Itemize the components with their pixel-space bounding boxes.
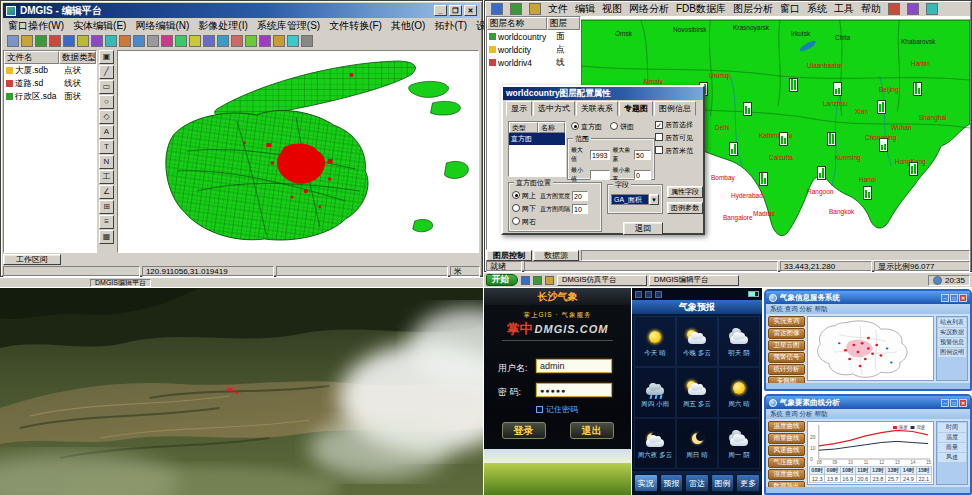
username-field[interactable]: admin <box>536 359 612 373</box>
menu-item[interactable]: 其他(O) <box>391 19 425 33</box>
quicklaunch-icon[interactable] <box>533 276 542 285</box>
toolbar-icon[interactable] <box>301 35 313 47</box>
close-button[interactable]: ✕ <box>959 399 967 407</box>
exit-button[interactable]: 退出 <box>570 422 614 439</box>
edit-tool-icon[interactable]: ⊞ <box>99 200 114 214</box>
mini-titlebar[interactable]: 气象信息服务系统 ─ □ ✕ <box>766 291 970 304</box>
toolbar-icon[interactable] <box>133 35 145 47</box>
edit-tool-icon[interactable]: ▣ <box>99 50 114 64</box>
toolbar-icon[interactable] <box>21 35 33 47</box>
theme-type-list[interactable]: 类型 名称 直方图 <box>508 121 566 177</box>
checkbox-icon[interactable]: ✓ <box>655 121 663 129</box>
toolbar-icon[interactable] <box>926 3 938 15</box>
range-input[interactable] <box>590 170 609 180</box>
toolbar-icon[interactable] <box>7 35 19 47</box>
layer-properties-dialog[interactable]: worldcountry图层配置属性 显示选中方式关联表系专题图图例信息 类型 … <box>501 85 705 235</box>
login-button[interactable]: 登录 <box>502 422 546 439</box>
right-panel-item[interactable]: 雨量 <box>938 443 966 452</box>
menu-item[interactable]: 拓扑(T) <box>434 19 467 33</box>
toolbar-icon[interactable] <box>147 35 159 47</box>
edit-tool-icon[interactable]: ∠ <box>99 185 114 199</box>
toolbar-icon[interactable] <box>49 35 61 47</box>
status-tab[interactable]: 数据源 <box>533 250 579 261</box>
toolbar-icon[interactable] <box>510 3 522 15</box>
menu-item[interactable]: 网络分析 <box>629 2 669 16</box>
nav-button-0[interactable]: 实况 <box>634 474 658 492</box>
radio-option[interactable]: 网右 <box>512 217 536 227</box>
checkbox-option[interactable]: 居首可见 <box>655 133 693 143</box>
menu-item[interactable]: 窗口操作(W) <box>8 19 64 33</box>
edit-tool-icon[interactable]: ○ <box>99 95 114 109</box>
dialog-tab[interactable]: 显示 <box>506 101 532 116</box>
workspace-tab[interactable]: 工作区间 <box>3 254 61 265</box>
table-row[interactable]: 大厦.sdb点状 <box>4 64 96 77</box>
mini-titlebar[interactable]: 气象要素曲线分析 ─ □ ✕ <box>766 396 970 409</box>
weather-cell[interactable]: 周日 晴 <box>676 418 718 469</box>
edit-tool-icon[interactable]: N <box>99 155 114 169</box>
radio-option[interactable]: 网上 <box>512 191 536 201</box>
minimize-button[interactable]: _ <box>434 5 447 16</box>
toolbar-icon[interactable] <box>63 35 75 47</box>
weather-cell[interactable]: 周一 阴 <box>718 418 760 469</box>
menu-item[interactable]: 系统库管理(S) <box>257 19 320 33</box>
status-tab[interactable]: 图层控制 <box>486 250 532 261</box>
weather-cell[interactable]: 周六 晴 <box>718 367 760 418</box>
sidebar-button[interactable]: 雨量曲线 <box>768 433 805 444</box>
legend-params-button[interactable]: 图例参数 <box>667 202 703 214</box>
column-header-layertype[interactable]: 图层 <box>547 17 580 30</box>
dropdown-arrow-icon[interactable]: ▼ <box>649 194 659 205</box>
sidebar-button[interactable]: 预警信号 <box>768 352 805 363</box>
sidebar-button[interactable]: 实况查询 <box>768 316 805 327</box>
right-panel-item[interactable]: 温度 <box>938 433 966 442</box>
menu-item[interactable]: 系统 <box>807 2 827 16</box>
menu-item[interactable]: 图层分析 <box>733 2 773 16</box>
nav-button-1[interactable]: 预报 <box>660 474 684 492</box>
map-canvas-shanghai[interactable] <box>117 50 479 253</box>
checkbox-icon[interactable] <box>655 133 663 141</box>
gap-input[interactable]: 10 <box>572 204 588 214</box>
dialog-tab[interactable]: 专题图 <box>619 101 653 116</box>
maximize-button[interactable]: □ <box>950 294 958 302</box>
table-row[interactable]: 行政区.sda面状 <box>4 90 96 103</box>
toolbar-icon[interactable] <box>105 35 117 47</box>
mini-menubar[interactable]: 系统 查询 分析 帮助 <box>766 409 970 419</box>
edit-tool-icon[interactable]: T <box>99 140 114 154</box>
quicklaunch-icon[interactable] <box>545 276 554 285</box>
toolbar-icon[interactable] <box>77 35 89 47</box>
right-panel-item[interactable]: 风速 <box>938 453 966 462</box>
right-panel-item[interactable]: 预警信息 <box>938 338 966 347</box>
checkbox-option[interactable]: ✓居首选择 <box>655 120 693 130</box>
toolbar-icon[interactable] <box>907 3 919 15</box>
mini-menubar[interactable]: 系统 查询 分析 帮助 <box>766 304 970 314</box>
toolbar-icon[interactable] <box>161 35 173 47</box>
editor-titlebar[interactable]: DMGIS - 编辑平台 _ ❐ ✕ <box>3 3 480 18</box>
menu-item[interactable]: 网络编辑(N) <box>135 19 189 33</box>
remember-password[interactable]: 记住密码 <box>536 404 578 415</box>
taskbar-button[interactable]: DMGIS编辑平台 <box>649 275 739 286</box>
column-header-filename[interactable]: 文件名 <box>4 51 59 64</box>
range-input[interactable]: 0 <box>634 170 651 180</box>
column-header-datatype[interactable]: 数据类型 <box>59 51 96 64</box>
list-row-histogram[interactable]: 直方图 <box>509 133 565 145</box>
province-map-panel[interactable] <box>807 316 934 381</box>
toolbar-icon[interactable] <box>888 3 900 15</box>
maximize-button[interactable]: □ <box>950 399 958 407</box>
terrain-3d-view[interactable] <box>0 288 483 495</box>
radio-pie[interactable]: 饼图 <box>610 122 634 132</box>
weather-cell[interactable]: 今天 晴 <box>634 316 676 367</box>
dialog-tab[interactable]: 选中方式 <box>533 101 575 116</box>
toolbar-icon[interactable] <box>119 35 131 47</box>
table-row[interactable]: worldriv4线 <box>487 56 580 69</box>
back-button[interactable]: 退回 <box>623 222 663 235</box>
sidebar-button[interactable]: 统计分析 <box>768 364 805 375</box>
right-panel-item[interactable]: 图例说明 <box>938 348 966 357</box>
checkbox-icon[interactable] <box>655 146 663 154</box>
toolbar-icon[interactable] <box>273 35 285 47</box>
menu-item[interactable]: 影像处理(I) <box>198 19 247 33</box>
table-row[interactable]: 道路.sd线状 <box>4 77 96 90</box>
width-input[interactable]: 20 <box>572 191 588 201</box>
edit-tool-icon[interactable]: ◇ <box>99 110 114 124</box>
table-row[interactable]: worldcountry面 <box>487 30 580 43</box>
sidebar-button[interactable]: 气压曲线 <box>768 457 805 468</box>
edit-tool-icon[interactable]: ╱ <box>99 65 114 79</box>
